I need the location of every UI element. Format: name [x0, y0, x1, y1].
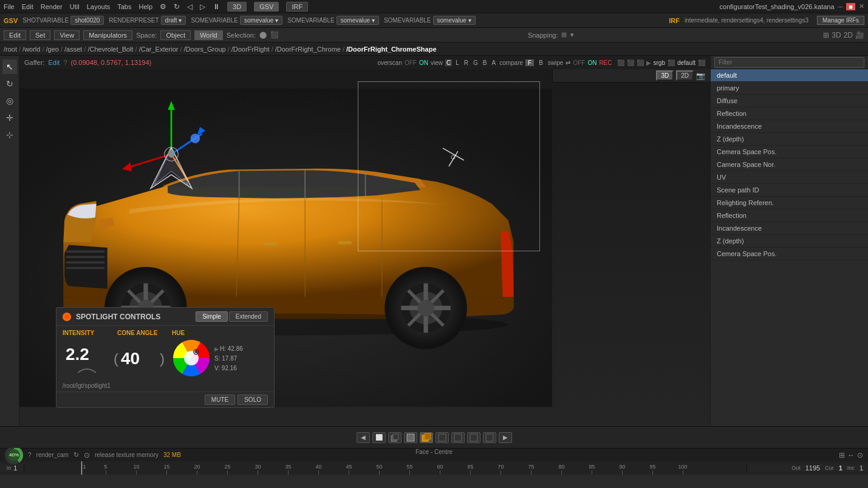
settings-icon[interactable]: ⚙ [160, 2, 166, 11]
channel-g[interactable]: G [472, 59, 479, 66]
channel-a[interactable]: A [490, 59, 497, 66]
nav-cube-front-button[interactable] [404, 432, 417, 443]
refresh-icon[interactable]: ↻ [174, 2, 180, 11]
gsv-button[interactable]: GSV [254, 2, 279, 12]
icon-square[interactable]: ⬛ [617, 59, 624, 66]
channel-item-incandescence[interactable]: Incandescence [711, 120, 868, 133]
channel-r[interactable]: R [463, 59, 470, 66]
viewer-icon-2d[interactable]: 2D [844, 31, 853, 39]
nav-cube-bottom-button[interactable] [483, 432, 496, 443]
2d-view-button[interactable]: 2D [676, 70, 694, 81]
channel-item-cemera-space-pos.[interactable]: Cemera Space Pos. [711, 146, 868, 158]
breadcrumb-doors[interactable]: /Doors_Group [184, 46, 226, 53]
inc-value[interactable]: 1 [859, 464, 863, 472]
tab-simple[interactable]: Simple [196, 311, 228, 322]
channel-item-camera-space-nor.[interactable]: Camera Space Nor. [711, 158, 868, 171]
channel-c[interactable]: C [445, 59, 452, 66]
breadcrumb-asset[interactable]: /asset [64, 46, 82, 53]
shot-value-dropdown[interactable]: shot0020 [70, 16, 104, 25]
timeline-ruler[interactable]: 1 5 10 15 20 25 30 35 40 45 50 55 60 [24, 461, 747, 475]
circle-tool[interactable]: ◎ [2, 93, 17, 108]
breadcrumb-chrome[interactable]: /DoorFrRight_Chrome [275, 46, 341, 53]
refresh-cam-icon[interactable]: ↻ [73, 451, 79, 459]
breadcrumb-root[interactable]: /root [4, 46, 17, 53]
3d-button[interactable]: 3D [227, 2, 247, 12]
select-tool[interactable]: ↖ [2, 59, 17, 74]
menu-file[interactable]: File [4, 3, 15, 10]
nav-cube-left-button[interactable] [467, 432, 480, 443]
some-value2-dropdown[interactable]: somevalue ▾ [337, 16, 379, 25]
in-value[interactable]: 1 [13, 464, 17, 472]
set-button[interactable]: Set [30, 30, 51, 40]
nav-frame-button[interactable]: ⬜ [372, 432, 386, 443]
status-icon1[interactable]: ⊞ [839, 451, 845, 459]
rotate-tool[interactable]: ↻ [2, 76, 17, 91]
default-icon[interactable]: ⬛ [698, 59, 705, 66]
render-value-dropdown[interactable]: draft ▾ [161, 16, 186, 25]
manipulators-button[interactable]: Manipulators [83, 30, 132, 40]
back-icon[interactable]: ◁ [187, 2, 193, 11]
swipe-on[interactable]: ON [587, 59, 596, 66]
channel-item-scene-path-id[interactable]: Scene path ID [711, 184, 868, 197]
object-button[interactable]: Object [160, 30, 191, 40]
breadcrumb-bolt[interactable]: /Chevrolet_Bolt [87, 46, 133, 53]
node-tool[interactable]: ⊹ [2, 127, 17, 142]
forward-icon[interactable]: ▷ [200, 2, 205, 11]
minimize-icon[interactable]: ─ [838, 3, 843, 10]
menu-edit[interactable]: Edit [22, 3, 33, 10]
nav-next-button[interactable]: ▶ [499, 432, 512, 443]
out-value[interactable]: 1195 [805, 464, 820, 472]
camera-icon[interactable]: 📷 [696, 72, 705, 80]
nav-cube-right-button[interactable] [436, 432, 449, 443]
hsv-h-arrow[interactable]: ▶ [214, 344, 219, 354]
cone-value[interactable]: 40 [121, 349, 157, 368]
manage-irf-button[interactable]: Manage IRFs [817, 16, 864, 25]
color-wheel-svg[interactable] [173, 340, 210, 376]
move-tool[interactable]: ✛ [2, 110, 17, 125]
channel-item-z-(depth)[interactable]: Z (depth) [711, 133, 868, 146]
snapping-icon[interactable]: ⊞ [561, 31, 567, 39]
channel-b[interactable]: B [482, 59, 488, 66]
viewer-icon-camera[interactable]: 🎥 [855, 31, 864, 39]
close-icon[interactable]: ✕ [859, 2, 864, 10]
some-value1-dropdown[interactable]: somevalue ▾ [240, 16, 282, 25]
channel-l[interactable]: L [454, 59, 460, 66]
maximize-icon[interactable]: ■ [846, 3, 855, 10]
irf-button[interactable]: IRF [286, 2, 308, 12]
menu-tabs[interactable]: Tabs [117, 3, 131, 10]
breadcrumb-geo[interactable]: /geo [46, 46, 58, 53]
channel-item-reflection[interactable]: Reflection [711, 107, 868, 120]
breadcrumb-door[interactable]: /DoorFrRight [231, 46, 270, 53]
channel-item-uv[interactable]: UV [711, 171, 868, 184]
icon-square2[interactable]: ⬛ [627, 59, 634, 66]
breadcrumb-exterior[interactable]: /Car_Exterior [139, 46, 179, 53]
question-icon[interactable]: ? [28, 452, 32, 458]
rec-button[interactable]: REC [599, 59, 612, 66]
compare-f[interactable]: F [525, 59, 534, 66]
menu-render[interactable]: Render [41, 3, 63, 10]
edit-button[interactable]: Edit [4, 30, 26, 40]
tab-extended[interactable]: Extended [229, 311, 268, 322]
nav-prev-button[interactable]: ◀ [357, 432, 370, 443]
world-button[interactable]: World [194, 30, 223, 40]
nav-cube-back-button[interactable] [388, 432, 402, 443]
channel-item-cemera-space-pos.[interactable]: Cemera Space Pos. [711, 248, 868, 260]
status-icon2[interactable]: ↔ [847, 451, 855, 459]
menu-help[interactable]: Help [138, 3, 152, 10]
view-button[interactable]: View [54, 30, 80, 40]
nav-cube-active-button[interactable] [420, 432, 433, 443]
channel-item-diffuse[interactable]: Diffuse [711, 95, 868, 107]
gaffer-edit-button[interactable]: Edit [48, 59, 60, 66]
swipe-off[interactable]: OFF [573, 59, 585, 66]
menu-layouts[interactable]: Layouts [87, 3, 111, 10]
intensity-value[interactable]: 2.2 [66, 345, 108, 364]
render-progress[interactable]: 40% [5, 446, 23, 464]
channel-item-default[interactable]: default [711, 69, 868, 82]
icon-square3[interactable]: ⬛ [637, 59, 644, 66]
gaffer-question[interactable]: ? [63, 59, 67, 66]
cur-value[interactable]: 1 [839, 464, 842, 472]
srgb-icon[interactable]: ⬛ [668, 59, 675, 66]
breadcrumb-current[interactable]: /DoorFrRight_ChromeShape [346, 46, 437, 53]
filter-input[interactable] [714, 57, 864, 68]
channel-item-incandescence[interactable]: Incandescence [711, 222, 868, 235]
